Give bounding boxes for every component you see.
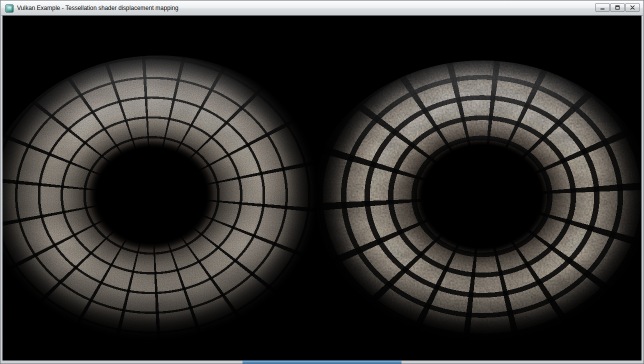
minimize-button[interactable] [596,3,610,12]
torus-no-displacement [2,56,334,360]
maximize-icon [615,5,620,10]
window-title: Vulkan Example - Tessellation shader dis… [17,1,178,16]
stone-mottle-texture [2,56,334,360]
app-icon[interactable] [6,4,14,12]
app-icon-glyph [8,6,12,10]
title-bar[interactable]: Vulkan Example - Tessellation shader dis… [1,1,643,16]
taskbar-sliver [242,360,402,364]
minimize-icon [600,5,605,10]
close-button[interactable] [626,3,640,12]
render-viewport[interactable] [2,16,642,360]
window: Vulkan Example - Tessellation shader dis… [0,0,644,364]
window-controls [596,3,640,12]
stone-mottle-texture [306,60,642,360]
close-icon [630,5,635,10]
maximize-button[interactable] [610,3,624,12]
torus-displacement-mapped [306,60,642,360]
